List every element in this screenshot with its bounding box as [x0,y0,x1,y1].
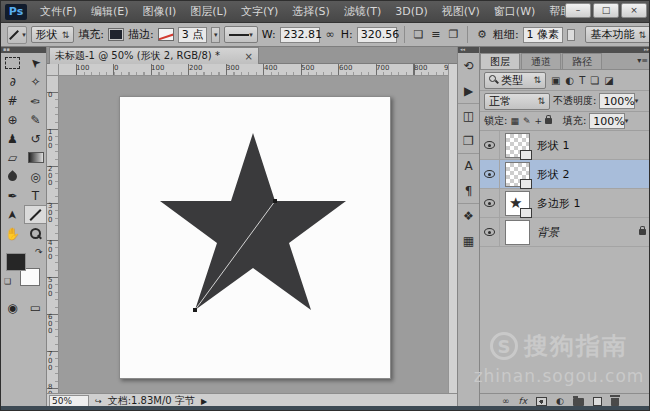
layer-thumbnail[interactable] [505,220,530,245]
workspace-select[interactable]: 基本功能 ⇅ [585,26,650,43]
menu-item[interactable]: 滤镜(T) [337,4,388,19]
lasso-tool[interactable]: ∂ [1,72,24,91]
minimize-button[interactable]: – [565,3,591,18]
active-tool-icon[interactable]: ▾ [7,26,27,44]
layer-thumbnail[interactable] [505,191,530,216]
stroke-type-dropdown[interactable]: ▾ [224,26,258,43]
star-shape[interactable] [160,133,346,310]
quick-selection-tool[interactable]: ✧ [24,72,47,91]
character-panel-icon[interactable]: A [458,153,479,178]
anchor-point[interactable] [273,199,277,203]
panel-menu-icon[interactable]: ▾≡ [637,56,648,65]
menu-item[interactable]: 编辑(E) [84,4,136,19]
default-colors-icon[interactable]: ❏ [4,277,11,286]
lock-position-icon[interactable]: + [534,116,542,126]
swatches-panel-icon[interactable]: ▦ [458,228,479,253]
line-tool[interactable] [24,205,47,224]
stroke-width-field[interactable]: 3 点 [178,27,208,43]
link-dimensions-icon[interactable]: ∞ [324,28,337,41]
filter-pixel-icon[interactable]: ▣ [551,75,560,86]
eyedropper-tool[interactable]: ✑ [24,91,47,110]
filter-kind-select[interactable]: 类型 ⇅ [484,72,546,89]
fill-swatch[interactable] [108,28,124,41]
stroke-swatch[interactable] [158,28,174,41]
blur-tool[interactable] [1,167,24,186]
tab-close-icon[interactable]: × [245,51,253,62]
path-alignment-button[interactable]: ≡ [429,28,442,41]
weight-field[interactable]: 1 像素 [523,27,564,43]
filter-type-icon[interactable]: T [579,75,585,86]
paragraph-panel-icon[interactable]: ¶ [458,178,479,203]
new-layer-icon[interactable] [593,397,602,406]
width-field[interactable]: 232.81 [280,27,320,43]
menu-item[interactable]: 图层(L) [183,4,234,19]
export-icon[interactable]: ↪ [95,397,102,406]
height-field[interactable]: 320.56 [357,27,397,43]
hand-tool[interactable]: ✋ [1,224,24,243]
link-layers-icon[interactable]: ∞ [502,396,510,406]
filter-shape-icon[interactable]: ❏ [590,75,599,86]
blend-mode-select[interactable]: 正常 ⇅ [484,93,550,110]
背景[interactable]: 背景 [480,218,650,247]
crop-tool[interactable]: # [1,91,24,110]
gradient-tool[interactable] [24,148,47,167]
visibility-toggle[interactable] [480,189,500,218]
status-menu-arrow-icon[interactable]: ▶ [201,397,207,406]
maximize-button[interactable]: □ [593,3,619,18]
quick-mask-button[interactable]: ◉ [1,299,24,317]
panel-tab[interactable]: 路径 [562,53,602,69]
menu-item[interactable]: 视图(V) [435,4,487,19]
lock-pixels-icon[interactable]: ✎ [523,116,531,126]
eraser-tool[interactable]: ▱ [1,148,24,167]
new-group-icon[interactable] [573,398,584,406]
tool-mode-select[interactable]: 形状 ⇅ [31,26,75,43]
visibility-toggle[interactable] [480,131,500,160]
history-panel-icon[interactable]: ⟲ [458,53,479,78]
panel-tab[interactable]: 图层 [480,53,520,69]
swap-colors-icon[interactable]: ↷ [35,247,43,257]
panel-tab[interactable]: 通道 [521,53,561,69]
history-brush-tool[interactable]: ↺ [24,129,47,148]
path-arrangement-button[interactable]: ❐ [447,28,461,41]
layer-thumbnail[interactable] [505,162,530,187]
document-tab[interactable]: 未标题-1 @ 50% (形状 2, RGB/8) * × [49,47,259,64]
layer-mask-icon[interactable] [536,397,547,406]
filter-smart-object-icon[interactable]: ◪ [604,75,613,86]
menu-item[interactable]: 文字(Y) [234,4,285,19]
menu-item[interactable]: 选择(S) [285,4,337,19]
filter-adjustment-icon[interactable]: ◐ [565,75,574,86]
fill-amount-field[interactable]: 100% ▾ [589,113,625,129]
zoom-tool[interactable] [24,224,47,243]
type-tool[interactable]: T [24,186,47,205]
stroke-width-dropdown[interactable]: ▾ [211,27,220,43]
color-panel-icon[interactable]: ❖ [458,203,479,228]
layer-thumbnail[interactable] [505,133,530,158]
clone-stamp-tool[interactable]: ♟ [1,129,24,148]
screen-mode-button[interactable]: ▭ [24,299,47,317]
actions-panel-icon[interactable]: ▶ [458,78,479,103]
vertical-scrollbar[interactable] [448,64,457,393]
menu-item[interactable]: 图像(I) [135,4,183,19]
visibility-toggle[interactable] [480,218,500,247]
adjustment-layer-icon[interactable]: ◐ [556,396,564,406]
foreground-color-swatch[interactable] [6,253,26,271]
path-selection-tool[interactable]: ➤ [1,205,24,224]
styles-panel-icon[interactable]: ❐ [458,128,479,153]
visibility-toggle[interactable] [480,160,500,189]
dodge-tool[interactable]: ◎ [24,167,47,186]
pen-tool[interactable]: ✒ [1,186,24,205]
brush-tool[interactable]: ✎ [24,110,47,129]
opacity-field[interactable]: 100% ▾ [599,93,635,109]
healing-brush-tool[interactable]: ⊕ [1,110,24,129]
move-tool[interactable]: ➤ [24,53,47,72]
document-page[interactable] [119,96,391,379]
menu-item[interactable]: 文件(F) [33,4,84,19]
lock-transparency-icon[interactable]: ▦ [510,116,519,126]
menu-item[interactable]: 窗口(W) [487,4,542,19]
adjustments-panel-icon[interactable]: ◫ [458,103,479,128]
形状 2[interactable]: 形状 2 [480,160,650,189]
canvas-area[interactable] [59,76,448,393]
close-button[interactable]: × [621,3,647,18]
align-edges-checkbox[interactable] [567,29,575,41]
多边形 1[interactable]: 多边形 1 [480,189,650,218]
